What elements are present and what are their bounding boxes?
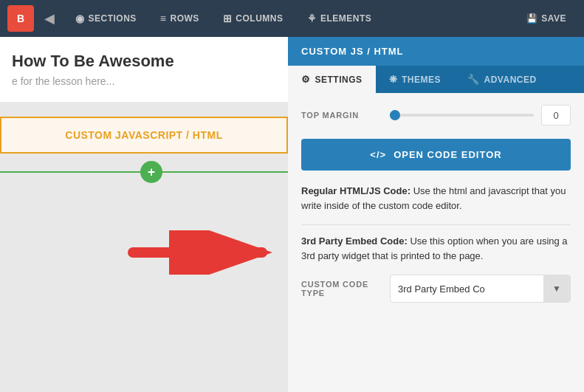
tab-settings[interactable]: ⚙ SETTINGS xyxy=(288,66,376,93)
canvas-area: How To Be Awesome e for the lesson here.… xyxy=(0,37,288,392)
toolbar: B ◀ ◉ SECTIONS ≡ ROWS ⊞ COLUMNS ⚘ ELEMEN… xyxy=(0,0,584,37)
divider-1 xyxy=(301,224,571,225)
nav-elements[interactable]: ⚘ ELEMENTS xyxy=(297,8,382,29)
canvas-widget[interactable]: CUSTOM JAVASCRIPT / HTML xyxy=(0,117,288,154)
top-margin-value[interactable]: 0 xyxy=(541,105,571,125)
custom-code-type-label: CUSTOM CODE TYPE xyxy=(301,280,390,298)
top-margin-label: TOP MARGIN xyxy=(301,111,390,120)
dropdown-arrow-icon[interactable]: ▼ xyxy=(543,275,570,302)
desc-3rd-party: 3rd Party Embed Code: Use this option wh… xyxy=(301,234,571,263)
save-button[interactable]: 💾 SAVE xyxy=(516,9,577,28)
rows-icon: ≡ xyxy=(160,13,167,24)
dropdown-value: 3rd Party Embed Co xyxy=(391,278,543,300)
panel-tabs: ⚙ SETTINGS ❋ THEMES 🔧 ADVANCED xyxy=(288,66,584,93)
desc2-title: 3rd Party Embed Code: Use this option wh… xyxy=(301,234,571,263)
toolbar-nav: ◉ SECTIONS ≡ ROWS ⊞ COLUMNS ⚘ ELEMENTS xyxy=(65,8,512,29)
panel-body: TOP MARGIN 0 </> OPEN CODE EDITOR Regula… xyxy=(288,93,584,392)
back-button[interactable]: ◀ xyxy=(38,7,61,30)
nav-columns[interactable]: ⊞ COLUMNS xyxy=(213,8,294,29)
themes-tab-icon: ❋ xyxy=(389,74,398,85)
add-circle-button[interactable]: + xyxy=(140,161,162,183)
canvas-content: How To Be Awesome e for the lesson here.… xyxy=(0,37,288,102)
main-area: How To Be Awesome e for the lesson here.… xyxy=(0,37,584,392)
panel-header: CUSTOM JS / HTML xyxy=(288,37,584,66)
elements-icon: ⚘ xyxy=(307,13,317,24)
custom-code-type-dropdown[interactable]: 3rd Party Embed Co ▼ xyxy=(390,275,571,303)
columns-icon: ⊞ xyxy=(223,13,233,24)
custom-code-type-row: CUSTOM CODE TYPE 3rd Party Embed Co ▼ xyxy=(301,275,571,303)
tab-advanced[interactable]: 🔧 ADVANCED xyxy=(454,66,550,93)
widget-label: CUSTOM JAVASCRIPT / HTML xyxy=(65,129,222,141)
right-panel: CUSTOM JS / HTML ⚙ SETTINGS ❋ THEMES 🔧 A… xyxy=(288,37,584,392)
canvas-title: How To Be Awesome xyxy=(12,52,276,71)
settings-tab-icon: ⚙ xyxy=(301,74,311,85)
arrow-annotation xyxy=(126,230,273,278)
code-editor-icon: </> xyxy=(370,149,386,160)
desc1-title: Regular HTML/JS Code: Use the html and j… xyxy=(301,184,571,213)
desc-regular-html: Regular HTML/JS Code: Use the html and j… xyxy=(301,184,571,213)
sections-icon: ◉ xyxy=(75,13,85,24)
slider-thumb[interactable] xyxy=(390,110,400,120)
logo: B xyxy=(7,5,34,32)
open-code-editor-button[interactable]: </> OPEN CODE EDITOR xyxy=(301,139,571,171)
slider-wrapper: 0 xyxy=(390,105,571,125)
add-row: + xyxy=(0,161,288,183)
top-margin-slider[interactable] xyxy=(390,114,534,117)
nav-sections[interactable]: ◉ SECTIONS xyxy=(65,8,147,29)
tab-themes[interactable]: ❋ THEMES xyxy=(376,66,455,93)
save-icon: 💾 xyxy=(526,13,538,24)
top-margin-row: TOP MARGIN 0 xyxy=(301,105,571,125)
nav-rows[interactable]: ≡ ROWS xyxy=(150,8,210,29)
advanced-tab-icon: 🔧 xyxy=(467,74,480,85)
canvas-subtitle: e for the lesson here... xyxy=(12,75,276,87)
